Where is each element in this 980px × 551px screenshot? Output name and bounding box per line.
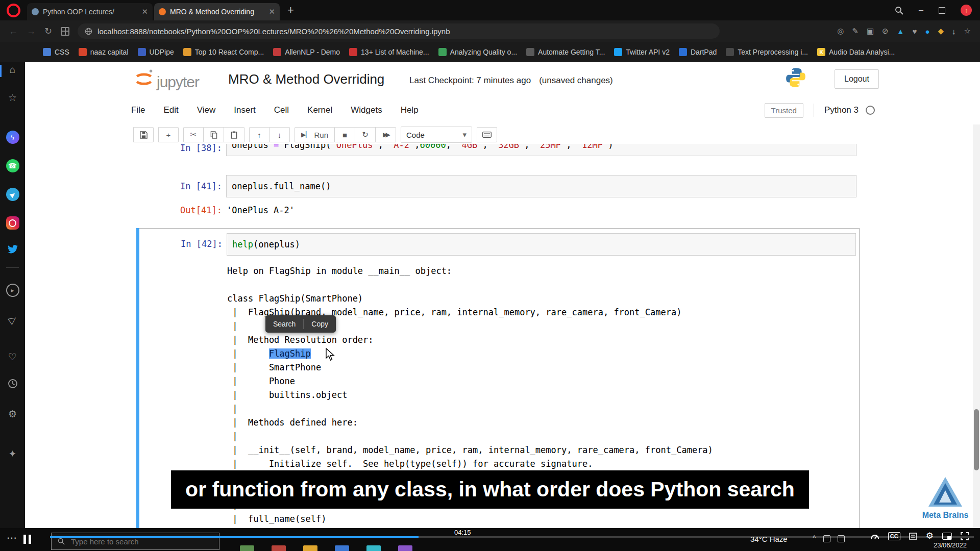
cut-cell-button[interactable]: ✂	[183, 127, 204, 142]
add-cell-button[interactable]: +	[158, 127, 179, 142]
tray-icon[interactable]	[823, 535, 830, 542]
tab-close-icon[interactable]: ✕	[141, 7, 148, 16]
browser-update-button[interactable]: ↑	[961, 5, 972, 16]
taskbar-app-icon[interactable]	[366, 545, 381, 551]
tab-close-icon[interactable]: ✕	[268, 7, 275, 16]
minimize-button[interactable]: –	[919, 6, 923, 15]
download-icon[interactable]: ↓	[952, 27, 956, 36]
speed-dial-grid-icon[interactable]	[61, 27, 69, 36]
extension-icon-2[interactable]: ✎	[852, 27, 859, 36]
notebook-title[interactable]: MRO & Method Overriding	[228, 71, 384, 87]
context-search-button[interactable]: Search	[265, 320, 303, 328]
picture-in-picture-icon[interactable]	[942, 533, 952, 540]
bookmark-item[interactable]: Top 10 React Comp...	[183, 48, 264, 56]
code-input-area[interactable]: oneplus = FlagShip('OnePlus', 'A-2',6000…	[226, 144, 856, 156]
run-button[interactable]: ▶▏ Run	[295, 127, 335, 142]
move-cell-down-button[interactable]: ↓	[270, 127, 290, 142]
extension-icon-5[interactable]: ▲	[897, 27, 904, 36]
bookmark-item[interactable]: KAudio Data Analysi...	[817, 48, 895, 56]
menu-file[interactable]: File	[131, 105, 156, 115]
bookmark-item[interactable]: 13+ List of Machine...	[349, 48, 429, 56]
instagram-icon[interactable]	[0, 216, 25, 230]
sidebar-more-icon[interactable]: ⋯	[7, 532, 17, 544]
speed-dial-icon[interactable]: ⌂	[0, 64, 25, 76]
bookmark-item[interactable]: naaz capital	[79, 48, 129, 56]
menu-cell[interactable]: Cell	[274, 105, 300, 115]
twitter-icon[interactable]	[0, 245, 25, 254]
restart-kernel-button[interactable]: ↻	[355, 127, 376, 142]
trusted-badge[interactable]: Trusted	[765, 103, 803, 118]
jupyter-logo[interactable]: jupyter	[133, 68, 199, 90]
extension-icon-3[interactable]: ▣	[867, 27, 874, 36]
forward-icon[interactable]: →	[27, 26, 36, 37]
bookmark-item[interactable]: Twitter API v2	[614, 48, 670, 56]
paste-cell-button[interactable]	[224, 127, 244, 142]
page-scrollbar[interactable]	[973, 124, 980, 551]
browser-tab-notebook[interactable]: MRO & Method Overriding ✕	[154, 3, 280, 20]
bookmark-item[interactable]: AllenNLP - Demo	[273, 48, 340, 56]
url-field[interactable]: localhost:8888/notebooks/Python%20OOP%20…	[78, 23, 720, 39]
extension-icon-1[interactable]: ◎	[837, 27, 844, 36]
taskbar-app-icon[interactable]	[398, 545, 412, 551]
taskbar-app-icon[interactable]	[272, 545, 286, 551]
bookmark-item[interactable]: Automate Getting T...	[526, 48, 605, 56]
menu-help[interactable]: Help	[401, 105, 430, 115]
interrupt-kernel-button[interactable]: ■	[335, 127, 355, 142]
bookmark-item[interactable]: DartPad	[679, 48, 717, 56]
taskbar-weather[interactable]: 34°C Haze	[750, 535, 788, 543]
playlist-icon[interactable]	[909, 533, 917, 540]
history-clock-icon[interactable]	[0, 379, 25, 389]
extension-icon-6[interactable]: ♥	[913, 27, 917, 36]
context-copy-button[interactable]: Copy	[304, 320, 336, 328]
bookmark-item[interactable]: UDPipe	[138, 48, 174, 56]
flashlight-icon[interactable]: ✦	[0, 448, 25, 460]
bookmark-star-icon[interactable]: ☆	[964, 27, 971, 36]
extension-icon-8[interactable]: ◆	[938, 27, 944, 36]
heart-icon[interactable]: ♡	[0, 351, 25, 363]
my-flow-send-icon[interactable]: ▷	[0, 313, 25, 325]
menu-kernel[interactable]: Kernel	[307, 105, 344, 115]
code-cell-41[interactable]: In [41]: oneplus.full_name()	[136, 175, 860, 197]
command-palette-keyboard-button[interactable]	[477, 127, 497, 142]
browser-tab-lectures[interactable]: Python OOP Lectures/ ✕	[27, 3, 153, 20]
code-input-area[interactable]: help(oneplus)	[227, 233, 856, 256]
settings-gear-icon[interactable]: ⚙	[0, 408, 25, 420]
player-settings-gear-icon[interactable]: ⚙	[926, 531, 934, 541]
copy-cell-button[interactable]	[204, 127, 224, 142]
restore-window-button[interactable]	[939, 7, 945, 14]
restart-run-all-button[interactable]: ▶▶	[376, 127, 396, 142]
opera-logo-icon[interactable]	[7, 4, 20, 17]
messenger-icon[interactable]: ϟ	[0, 131, 25, 144]
taskbar-app-icon[interactable]	[335, 545, 349, 551]
taskbar-app-icon[interactable]	[303, 545, 317, 551]
code-input-area[interactable]: oneplus.full_name()	[226, 175, 856, 197]
save-button[interactable]	[133, 127, 154, 142]
code-cell-38-clipped[interactable]: In [38]: oneplus = FlagShip('OnePlus', '…	[136, 144, 860, 159]
player-icon[interactable]: ▸	[0, 284, 25, 297]
extension-icon-4[interactable]: ⊘	[882, 27, 889, 36]
captions-toggle-icon[interactable]: CC	[888, 532, 900, 540]
hidden-icons-caret[interactable]: ^	[813, 534, 816, 542]
bookmarks-star-icon[interactable]: ☆	[0, 92, 25, 104]
menu-widgets[interactable]: Widgets	[351, 105, 393, 115]
menu-insert[interactable]: Insert	[234, 105, 267, 115]
fullscreen-icon[interactable]	[961, 532, 969, 540]
playback-speed-icon[interactable]	[870, 533, 879, 540]
search-icon[interactable]	[895, 6, 903, 15]
bookmark-item[interactable]: Analyzing Quality o...	[438, 48, 518, 56]
reload-icon[interactable]: ↻	[44, 26, 52, 37]
menu-edit[interactable]: Edit	[163, 105, 189, 115]
tray-icon[interactable]	[838, 535, 845, 542]
menu-view[interactable]: View	[197, 105, 227, 115]
back-icon[interactable]: ←	[9, 26, 18, 37]
new-tab-button[interactable]: +	[287, 4, 294, 17]
extension-icon-7[interactable]: ●	[925, 27, 929, 36]
telegram-icon[interactable]: ▶	[0, 188, 25, 201]
whatsapp-icon[interactable]: ☎	[0, 159, 25, 172]
pause-button[interactable]	[23, 535, 31, 544]
move-cell-up-button[interactable]: ↑	[249, 127, 270, 142]
bookmark-item[interactable]: CSS	[43, 48, 69, 56]
cell-type-dropdown[interactable]: Code ▾	[401, 127, 472, 143]
scrollbar-thumb[interactable]	[974, 409, 979, 470]
bookmark-item[interactable]: Text Preprocessing i...	[726, 48, 808, 56]
